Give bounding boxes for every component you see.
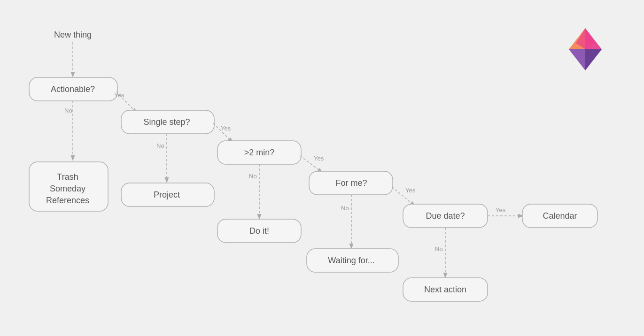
logo-svg bbox=[564, 23, 606, 75]
no-label-forme: No bbox=[341, 205, 349, 212]
yes-label-2min: Yes bbox=[314, 155, 324, 162]
actionable-label: Actionable? bbox=[51, 84, 95, 94]
no-label-duedate: No bbox=[435, 245, 443, 252]
project-label: Project bbox=[154, 190, 180, 199]
svg-marker-3 bbox=[585, 49, 602, 70]
app-logo bbox=[564, 23, 606, 75]
no-label-actionable: No bbox=[64, 107, 72, 114]
flowchart-svg: New thing Actionable? No Trash Someday R… bbox=[0, 0, 644, 336]
trash-label: Trash bbox=[57, 172, 78, 182]
waiting-for-label: Waiting for... bbox=[328, 256, 374, 265]
yes-label-duedate: Yes bbox=[496, 206, 506, 214]
references-label: References bbox=[46, 196, 89, 205]
due-date-label: Due date? bbox=[426, 211, 465, 221]
single-step-label: Single step? bbox=[143, 117, 190, 127]
yes-label-forme: Yes bbox=[405, 187, 416, 194]
new-thing-label: New thing bbox=[54, 30, 92, 39]
for-me-label: For me? bbox=[335, 178, 367, 188]
calendar-label: Calendar bbox=[543, 211, 577, 221]
arrow-actionable-to-single bbox=[116, 92, 136, 113]
yes-label-single: Yes bbox=[221, 125, 231, 132]
svg-marker-2 bbox=[569, 49, 585, 70]
diagram-container: New thing Actionable? No Trash Someday R… bbox=[0, 0, 644, 336]
no-label-2min: No bbox=[249, 173, 257, 180]
do-it-label: Do it! bbox=[249, 226, 269, 236]
next-action-label: Next action bbox=[424, 285, 466, 294]
two-min-label: >2 min? bbox=[244, 148, 275, 157]
someday-label: Someday bbox=[50, 184, 85, 193]
no-label-single: No bbox=[156, 142, 164, 149]
yes-label-actionable: Yes bbox=[114, 92, 124, 99]
